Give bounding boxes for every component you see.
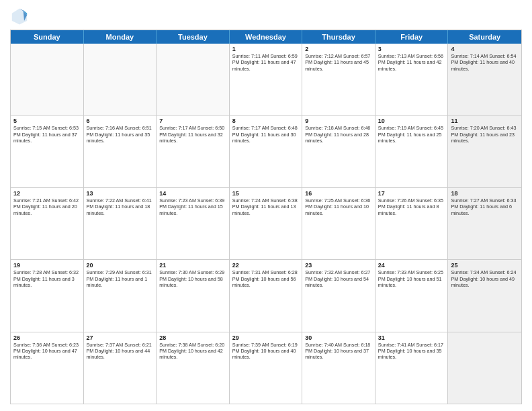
day-cell-3: 3Sunrise: 7:13 AM Sunset: 6:56 PM Daylig… xyxy=(375,44,449,115)
cell-text: Sunrise: 7:17 AM Sunset: 6:50 PM Dayligh… xyxy=(159,125,226,144)
day-number: 25 xyxy=(451,262,519,269)
day-number: 19 xyxy=(13,262,81,269)
cell-text: Sunrise: 7:27 AM Sunset: 6:33 PM Dayligh… xyxy=(451,197,519,216)
header-cell-monday: Monday xyxy=(84,30,157,44)
empty-cell-0-2 xyxy=(157,44,230,115)
day-cell-28: 28Sunrise: 7:38 AM Sunset: 6:20 PM Dayli… xyxy=(157,332,230,404)
cell-text: Sunrise: 7:16 AM Sunset: 6:51 PM Dayligh… xyxy=(87,125,154,144)
day-number: 12 xyxy=(13,190,81,197)
day-number: 5 xyxy=(13,118,81,124)
day-number: 20 xyxy=(87,262,154,269)
cell-text: Sunrise: 7:39 AM Sunset: 6:19 PM Dayligh… xyxy=(232,342,300,361)
cell-text: Sunrise: 7:33 AM Sunset: 6:25 PM Dayligh… xyxy=(378,269,445,288)
day-cell-25: 25Sunrise: 7:34 AM Sunset: 6:24 PM Dayli… xyxy=(448,260,521,331)
day-number: 10 xyxy=(378,118,445,124)
header-cell-sunday: Sunday xyxy=(11,30,84,44)
day-number: 30 xyxy=(305,334,372,341)
header-cell-friday: Friday xyxy=(375,30,449,44)
day-number: 23 xyxy=(305,262,372,269)
cell-text: Sunrise: 7:15 AM Sunset: 6:53 PM Dayligh… xyxy=(13,125,81,144)
day-cell-12: 12Sunrise: 7:21 AM Sunset: 6:42 PM Dayli… xyxy=(11,188,84,259)
calendar-body: 1Sunrise: 7:11 AM Sunset: 6:59 PM Daylig… xyxy=(11,44,521,404)
day-cell-30: 30Sunrise: 7:40 AM Sunset: 6:18 PM Dayli… xyxy=(302,332,375,404)
calendar-row-4: 26Sunrise: 7:36 AM Sunset: 6:23 PM Dayli… xyxy=(11,332,521,404)
cell-text: Sunrise: 7:21 AM Sunset: 6:42 PM Dayligh… xyxy=(13,197,81,216)
cell-text: Sunrise: 7:31 AM Sunset: 6:28 PM Dayligh… xyxy=(232,269,300,288)
day-number: 28 xyxy=(159,334,226,341)
calendar-row-2: 12Sunrise: 7:21 AM Sunset: 6:42 PM Dayli… xyxy=(11,188,521,260)
cell-text: Sunrise: 7:11 AM Sunset: 6:59 PM Dayligh… xyxy=(232,53,300,72)
header-cell-tuesday: Tuesday xyxy=(157,30,230,44)
day-number: 26 xyxy=(13,334,81,341)
day-cell-9: 9Sunrise: 7:18 AM Sunset: 6:46 PM Daylig… xyxy=(302,116,375,187)
calendar-row-3: 19Sunrise: 7:28 AM Sunset: 6:32 PM Dayli… xyxy=(11,260,521,332)
cell-text: Sunrise: 7:12 AM Sunset: 6:57 PM Dayligh… xyxy=(305,53,372,72)
cell-text: Sunrise: 7:25 AM Sunset: 6:36 PM Dayligh… xyxy=(305,197,372,216)
day-number: 8 xyxy=(232,118,300,124)
day-number: 15 xyxy=(232,190,300,197)
empty-cell-0-1 xyxy=(84,44,157,115)
calendar-row-0: 1Sunrise: 7:11 AM Sunset: 6:59 PM Daylig… xyxy=(11,44,521,116)
day-cell-6: 6Sunrise: 7:16 AM Sunset: 6:51 PM Daylig… xyxy=(84,116,157,187)
cell-text: Sunrise: 7:20 AM Sunset: 6:43 PM Dayligh… xyxy=(451,125,519,144)
cell-text: Sunrise: 7:34 AM Sunset: 6:24 PM Dayligh… xyxy=(451,269,519,288)
header xyxy=(10,7,522,26)
cell-text: Sunrise: 7:23 AM Sunset: 6:39 PM Dayligh… xyxy=(159,197,226,216)
empty-cell-4-6 xyxy=(448,332,521,404)
day-cell-21: 21Sunrise: 7:30 AM Sunset: 6:29 PM Dayli… xyxy=(157,260,230,331)
cell-text: Sunrise: 7:38 AM Sunset: 6:20 PM Dayligh… xyxy=(159,342,226,361)
day-number: 7 xyxy=(159,118,226,124)
header-cell-wednesday: Wednesday xyxy=(230,30,303,44)
day-cell-11: 11Sunrise: 7:20 AM Sunset: 6:43 PM Dayli… xyxy=(448,116,521,187)
day-cell-15: 15Sunrise: 7:24 AM Sunset: 6:38 PM Dayli… xyxy=(230,188,303,259)
cell-text: Sunrise: 7:29 AM Sunset: 6:31 PM Dayligh… xyxy=(87,269,154,288)
cell-text: Sunrise: 7:30 AM Sunset: 6:29 PM Dayligh… xyxy=(159,269,226,288)
cell-text: Sunrise: 7:32 AM Sunset: 6:27 PM Dayligh… xyxy=(305,269,372,288)
day-number: 2 xyxy=(305,46,372,52)
page: SundayMondayTuesdayWednesdayThursdayFrid… xyxy=(0,0,532,411)
empty-cell-0-0 xyxy=(11,44,84,115)
day-number: 29 xyxy=(232,334,300,341)
day-number: 27 xyxy=(87,334,154,341)
day-number: 6 xyxy=(87,118,154,124)
day-cell-17: 17Sunrise: 7:26 AM Sunset: 6:35 PM Dayli… xyxy=(375,188,449,259)
day-cell-22: 22Sunrise: 7:31 AM Sunset: 6:28 PM Dayli… xyxy=(230,260,303,331)
day-cell-16: 16Sunrise: 7:25 AM Sunset: 6:36 PM Dayli… xyxy=(302,188,375,259)
day-cell-8: 8Sunrise: 7:17 AM Sunset: 6:48 PM Daylig… xyxy=(230,116,303,187)
day-number: 9 xyxy=(305,118,372,124)
day-cell-18: 18Sunrise: 7:27 AM Sunset: 6:33 PM Dayli… xyxy=(448,188,521,259)
day-number: 1 xyxy=(232,46,300,52)
day-number: 4 xyxy=(451,46,519,52)
cell-text: Sunrise: 7:26 AM Sunset: 6:35 PM Dayligh… xyxy=(378,197,445,216)
cell-text: Sunrise: 7:18 AM Sunset: 6:46 PM Dayligh… xyxy=(305,125,372,144)
cell-text: Sunrise: 7:24 AM Sunset: 6:38 PM Dayligh… xyxy=(232,197,300,216)
day-number: 17 xyxy=(378,190,445,197)
day-number: 18 xyxy=(451,190,519,197)
logo-icon xyxy=(10,7,29,26)
header-cell-thursday: Thursday xyxy=(302,30,375,44)
day-cell-14: 14Sunrise: 7:23 AM Sunset: 6:39 PM Dayli… xyxy=(157,188,230,259)
cell-text: Sunrise: 7:36 AM Sunset: 6:23 PM Dayligh… xyxy=(13,342,81,361)
cell-text: Sunrise: 7:19 AM Sunset: 6:45 PM Dayligh… xyxy=(378,125,445,144)
day-cell-27: 27Sunrise: 7:37 AM Sunset: 6:21 PM Dayli… xyxy=(84,332,157,404)
cell-text: Sunrise: 7:41 AM Sunset: 6:17 PM Dayligh… xyxy=(378,342,445,361)
cell-text: Sunrise: 7:14 AM Sunset: 6:54 PM Dayligh… xyxy=(451,53,519,72)
day-number: 14 xyxy=(159,190,226,197)
day-number: 13 xyxy=(87,190,154,197)
day-cell-1: 1Sunrise: 7:11 AM Sunset: 6:59 PM Daylig… xyxy=(230,44,303,115)
day-cell-5: 5Sunrise: 7:15 AM Sunset: 6:53 PM Daylig… xyxy=(11,116,84,187)
day-number: 24 xyxy=(378,262,445,269)
day-number: 3 xyxy=(378,46,445,52)
cell-text: Sunrise: 7:17 AM Sunset: 6:48 PM Dayligh… xyxy=(232,125,300,144)
day-number: 16 xyxy=(305,190,372,197)
day-cell-26: 26Sunrise: 7:36 AM Sunset: 6:23 PM Dayli… xyxy=(11,332,84,404)
calendar-header-row: SundayMondayTuesdayWednesdayThursdayFrid… xyxy=(11,30,521,44)
day-number: 31 xyxy=(378,334,445,341)
day-cell-29: 29Sunrise: 7:39 AM Sunset: 6:19 PM Dayli… xyxy=(230,332,303,404)
day-cell-4: 4Sunrise: 7:14 AM Sunset: 6:54 PM Daylig… xyxy=(448,44,521,115)
calendar-row-1: 5Sunrise: 7:15 AM Sunset: 6:53 PM Daylig… xyxy=(11,116,521,187)
header-cell-saturday: Saturday xyxy=(448,30,521,44)
cell-text: Sunrise: 7:13 AM Sunset: 6:56 PM Dayligh… xyxy=(378,53,445,72)
day-number: 22 xyxy=(232,262,300,269)
logo xyxy=(10,7,30,26)
